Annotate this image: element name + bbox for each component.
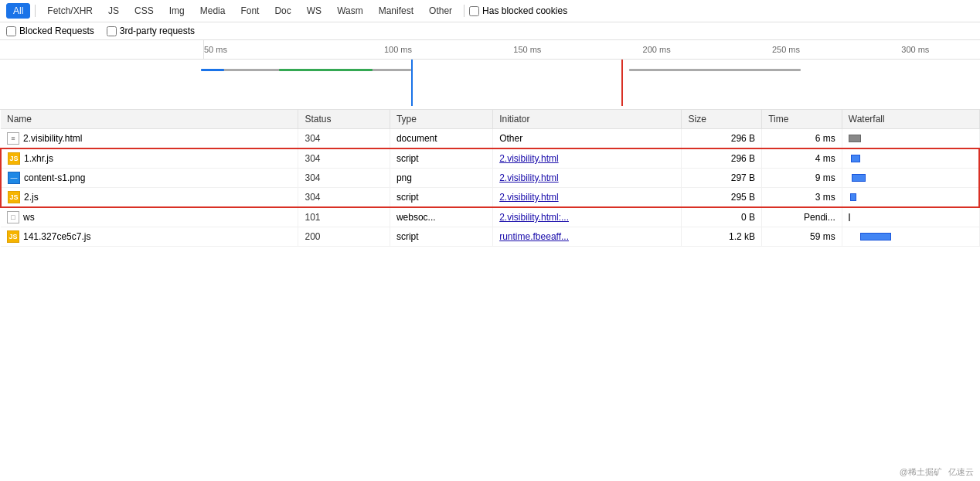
waterfall-bar-container [849, 231, 973, 242]
col-header-size[interactable]: Size [682, 110, 762, 129]
type-cell: script [390, 188, 492, 208]
initiator-text: Other [499, 133, 522, 144]
size-cell: 0 B [682, 207, 762, 227]
status-cell: 304 [298, 148, 390, 169]
waterfall-cell [842, 188, 979, 208]
filter-fetch-xhr[interactable]: Fetch/XHR [40, 3, 100, 19]
col-header-time[interactable]: Time [762, 110, 842, 129]
filter-other[interactable]: Other [422, 3, 459, 19]
filter-font[interactable]: Font [233, 3, 266, 19]
third-party-label[interactable]: 3rd-party requests [107, 26, 195, 36]
name-cell: ≡ 2.visibility.html [1, 129, 298, 149]
waterfall-bar [852, 174, 866, 182]
filter-js[interactable]: JS [101, 3, 126, 19]
initiator-link[interactable]: 2.visibility.html [499, 153, 558, 164]
initiator-cell: 2.visibility.html [493, 169, 682, 188]
initiator-cell: 2.visibility.html [493, 188, 682, 208]
file-name: ws [23, 212, 35, 223]
ruler-150ms: 150 ms [463, 42, 592, 57]
file-name: 141.327ce5c7.js [23, 231, 90, 242]
timeline-red-line [621, 60, 623, 106]
timeline-blue-line [411, 60, 413, 106]
doc-icon: ≡ [7, 132, 19, 145]
col-header-initiator[interactable]: Initiator [493, 110, 682, 129]
filter-separator [35, 5, 36, 17]
timeline-chart [201, 60, 980, 106]
time-cell: 3 ms [762, 188, 842, 208]
waterfall-cell [842, 227, 979, 247]
col-header-waterfall[interactable]: Waterfall [842, 110, 979, 129]
waterfall-bar [849, 213, 850, 221]
size-cell: 296 B [682, 129, 762, 149]
waterfall-bar-container [849, 212, 973, 223]
time-cell: 6 ms [762, 129, 842, 149]
ruler-50ms: 50 ms [204, 42, 333, 57]
status-cell: 200 [298, 227, 390, 247]
col-header-type[interactable]: Type [390, 110, 492, 129]
file-name: content-s1.png [24, 172, 85, 183]
file-name: 2.visibility.html [23, 133, 82, 144]
script-icon: JS [8, 191, 20, 203]
initiator-link[interactable]: 2.visibility.html:... [499, 212, 569, 223]
ruler-200ms: 200 ms [592, 42, 721, 57]
blocked-requests-checkbox[interactable] [6, 26, 16, 36]
type-cell: websoc... [390, 207, 492, 227]
has-blocked-cookies-checkbox[interactable] [469, 6, 479, 16]
waterfall-bar-container [849, 172, 972, 183]
timeline-area: 50 ms 100 ms 150 ms 200 ms 250 ms 300 ms [0, 40, 980, 110]
initiator-link[interactable]: runtime.fbeeaff... [499, 231, 569, 242]
filter-manifest[interactable]: Manifest [372, 3, 420, 19]
file-name: 2.js [24, 192, 39, 203]
initiator-cell: 2.visibility.html:... [493, 207, 682, 227]
name-cell: □ ws [1, 207, 298, 227]
waterfall-bar-container [849, 153, 972, 164]
size-cell: 1.2 kB [682, 227, 762, 247]
blocked-requests-label[interactable]: Blocked Requests [6, 26, 94, 36]
waterfall-bar [850, 193, 856, 201]
name-cell: JS 141.327ce5c7.js [1, 227, 298, 247]
waterfall-bar [849, 135, 861, 142]
filter-separator-2 [464, 5, 464, 17]
size-cell: 295 B [682, 188, 762, 208]
network-table-wrapper: Name Status Type Initiator Size Time Wat… [0, 110, 980, 247]
time-cell: 4 ms [762, 148, 842, 169]
filter-img[interactable]: Img [162, 3, 192, 19]
initiator-cell: runtime.fbeeaff... [493, 227, 682, 247]
has-blocked-cookies-label[interactable]: Has blocked cookies [469, 5, 567, 16]
filter-media[interactable]: Media [193, 3, 233, 19]
filter-css[interactable]: CSS [128, 3, 161, 19]
initiator-cell: Other [493, 129, 682, 149]
status-cell: 101 [298, 207, 390, 227]
third-party-checkbox[interactable] [107, 26, 117, 36]
time-cell: 9 ms [762, 169, 842, 188]
type-cell: script [390, 227, 492, 247]
table-row: JS 2.js 304 script 2.visibility.html 295… [1, 188, 979, 208]
size-cell: 296 B [682, 148, 762, 169]
filter-ws[interactable]: WS [300, 3, 328, 19]
table-row: ≡ 2.visibility.html 304 document Other 2… [1, 129, 979, 149]
col-header-name[interactable]: Name [1, 110, 298, 129]
ruler-250ms: 250 ms [721, 42, 850, 57]
time-cell: 59 ms [762, 227, 842, 247]
table-row: □ ws 101 websoc... 2.visibility.html:...… [1, 207, 979, 227]
table-row: JS 1.xhr.js 304 script 2.visibility.html… [1, 148, 979, 169]
waterfall-cell [842, 207, 979, 227]
initiator-link[interactable]: 2.visibility.html [499, 172, 558, 183]
table-row: — content-s1.png 304 png 2.visibility.ht… [1, 169, 979, 188]
filter-wasm[interactable]: Wasm [330, 3, 370, 19]
file-name: 1.xhr.js [24, 153, 53, 164]
name-cell: JS 2.js [1, 188, 298, 208]
ruler-100ms: 100 ms [333, 42, 462, 57]
col-header-status[interactable]: Status [298, 110, 390, 129]
table-header-row: Name Status Type Initiator Size Time Wat… [1, 110, 979, 129]
timeline-bar-blue-small [201, 69, 224, 71]
initiator-link[interactable]: 2.visibility.html [499, 192, 558, 203]
type-cell: document [390, 129, 492, 149]
timeline-ruler: 50 ms 100 ms 150 ms 200 ms 250 ms 300 ms [0, 40, 980, 60]
ws-icon: □ [7, 211, 19, 223]
filter-doc[interactable]: Doc [267, 3, 298, 19]
filter-all[interactable]: All [6, 3, 30, 19]
script-icon: JS [7, 230, 19, 243]
type-cell: script [390, 148, 492, 169]
timeline-bar-green [279, 69, 373, 71]
